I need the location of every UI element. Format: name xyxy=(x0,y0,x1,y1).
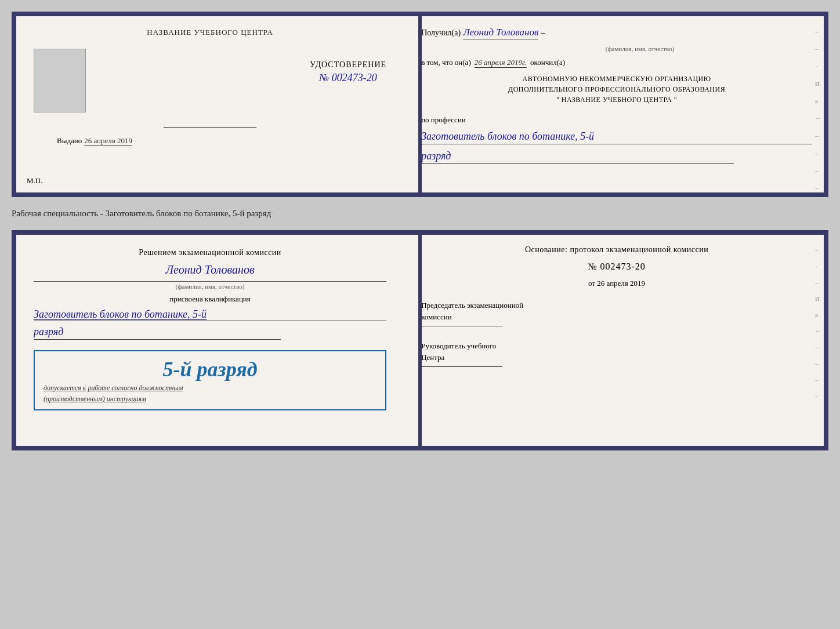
director-label: Руководитель учебного Центра xyxy=(421,340,812,367)
chair-signature-line xyxy=(421,326,502,326)
org-text: АВТОНОМНУЮ НЕКОММЕРЧЕСКУЮ ОРГАНИЗАЦИЮ ДО… xyxy=(421,74,812,105)
middle-text: Рабочая специальность - Заготовитель бло… xyxy=(12,206,828,221)
basis-title: Основание: протокол экзаменационной коми… xyxy=(421,245,812,254)
org-line2: ДОПОЛНИТЕЛЬНОГО ПРОФЕССИОНАЛЬНОГО ОБРАЗО… xyxy=(421,84,812,94)
commission-chair: Председатель экзаменационной комиссии xyxy=(421,300,812,326)
issued-label: Выдано xyxy=(57,136,82,146)
received-row: Получил(а) Леонид Толованов – xyxy=(421,27,812,39)
top-doc-left-panel: НАЗВАНИЕ УЧЕБНОГО ЦЕНТРА УДОСТОВЕРЕНИЕ №… xyxy=(16,16,404,192)
stamp-allowed-prefix: допускается к xyxy=(44,384,86,392)
stamp-grade: 5-й разряд xyxy=(44,357,376,381)
cert-title: УДОСТОВЕРЕНИЕ xyxy=(310,60,386,70)
director-label2: Центра xyxy=(421,352,812,363)
mp-label: М.П. xyxy=(27,176,42,186)
chair-label: Председатель экзаменационной xyxy=(421,300,812,311)
stamp-suffix-text: (производственным) инструкциям xyxy=(44,395,146,403)
decision-name: Леонид Толованов xyxy=(34,263,386,277)
top-document: НАЗВАНИЕ УЧЕБНОГО ЦЕНТРА УДОСТОВЕРЕНИЕ №… xyxy=(12,12,828,197)
from-prefix: от xyxy=(588,279,595,288)
org-line3: " НАЗВАНИЕ УЧЕБНОГО ЦЕНТРА " xyxy=(421,94,812,105)
razryad-value-top: разряд xyxy=(421,150,734,164)
photo-placeholder xyxy=(34,49,86,112)
bottom-fio-hint: (фамилия, имя, отчество) xyxy=(34,281,386,290)
top-header-title: НАЗВАНИЕ УЧЕБНОГО ЦЕНТРА xyxy=(147,28,273,37)
issued-date-row: Выдано 26 апреля 2019 xyxy=(57,136,132,146)
stamp-box: 5-й разряд допускается к работе согласно… xyxy=(34,350,386,410)
bottom-doc-right-panel: Основание: протокол экзаменационной коми… xyxy=(404,235,824,446)
bottom-document: Решением экзаменационной комиссии Леонид… xyxy=(12,230,828,450)
decision-title: Решением экзаменационной комиссии xyxy=(34,246,386,259)
from-date-val: 26 апреля 2019 xyxy=(597,279,645,288)
from-date: от 26 апреля 2019 xyxy=(421,279,812,288)
date-value: 26 апреля 2019г. xyxy=(475,58,527,68)
stamp-allowed: допускается к работе согласно должностны… xyxy=(44,384,376,392)
signature-line-left xyxy=(164,127,256,128)
protocol-number: № 002473-20 xyxy=(421,261,812,272)
stamp-allowed-link: работе согласно должностным xyxy=(88,384,183,392)
director-signature-line xyxy=(421,366,502,367)
certificate-container: НАЗВАНИЕ УЧЕБНОГО ЦЕНТРА УДОСТОВЕРЕНИЕ №… xyxy=(12,12,828,450)
razryad-bottom: разряд xyxy=(34,326,281,340)
stamp-allowed-suffix: (производственным) инструкциям xyxy=(44,395,376,403)
decision-line1: Решением экзаменационной комиссии xyxy=(139,248,281,257)
top-fio-hint: (фамилия, имя, отчество) xyxy=(468,45,812,52)
received-label: Получил(а) xyxy=(421,28,461,38)
bottom-doc-left-panel: Решением экзаменационной комиссии Леонид… xyxy=(16,235,404,446)
date-suffix: окончил(а) xyxy=(530,58,565,67)
profession-label: по профессии xyxy=(421,115,812,125)
right-dashes-bottom: – – – И а ← – – – – xyxy=(815,246,821,399)
qualification-label: присвоена квалификация xyxy=(34,294,386,304)
received-name: Леонид Толованов xyxy=(463,27,538,39)
issued-date-value: 26 апреля 2019 xyxy=(84,136,132,146)
right-dashes-top: – – – И а ← – – – – xyxy=(815,28,821,191)
director-label1: Руководитель учебного xyxy=(421,340,812,352)
profession-value: Заготовитель блоков по ботанике, 5-й xyxy=(421,130,812,144)
date-row: в том, что он(а) 26 апреля 2019г. окончи… xyxy=(421,58,812,68)
top-doc-right-panel: Получил(а) Леонид Толованов – (фамилия, … xyxy=(404,16,824,192)
date-prefix: в том, что он(а) xyxy=(421,58,471,67)
qualification-value: Заготовитель блоков по ботанике, 5-й xyxy=(34,308,386,321)
cert-number: № 002473-20 xyxy=(319,72,376,84)
org-line1: АВТОНОМНУЮ НЕКОММЕРЧЕСКУЮ ОРГАНИЗАЦИЮ xyxy=(421,74,812,84)
chair-label2: комиссии xyxy=(421,311,812,323)
